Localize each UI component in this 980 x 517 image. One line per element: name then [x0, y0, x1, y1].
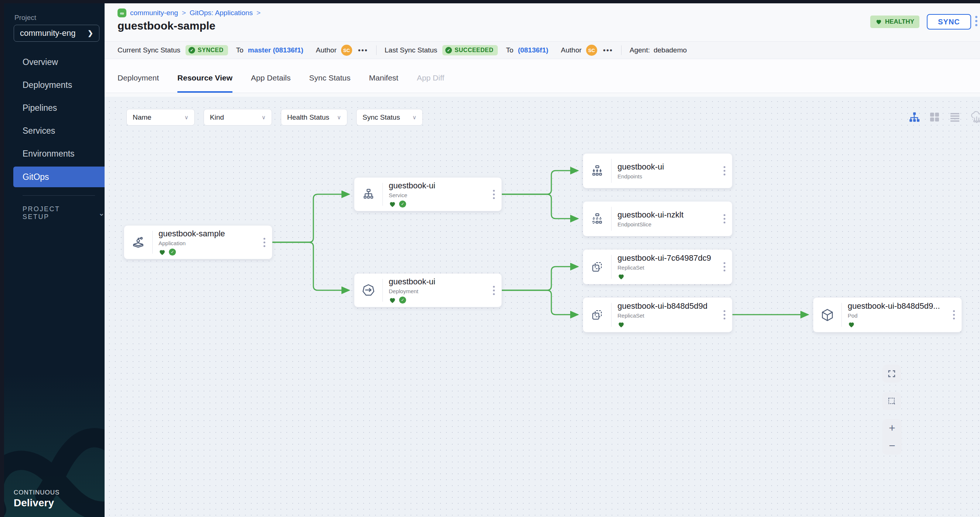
zoom-out-button[interactable]: −: [889, 440, 896, 451]
node-name: guestbook-ui-7c64987dc9: [617, 253, 716, 263]
node-kind: Service: [389, 192, 486, 198]
current-target-link[interactable]: master (08136f1): [248, 46, 303, 54]
node-status: [617, 321, 716, 328]
check-circle-icon: ✓: [188, 47, 195, 54]
breadcrumb-separator: >: [256, 9, 261, 17]
node-menu-icon[interactable]: [716, 250, 732, 284]
node-body: guestbook-sample Application ✓: [153, 226, 256, 259]
project-setup-toggle[interactable]: PROJECT SETUP ⌄: [22, 205, 105, 221]
node-body: guestbook-ui-b848d5d9d ReplicaSet: [612, 298, 716, 332]
application-icon: [124, 226, 152, 259]
window-frame-left: [0, 0, 4, 517]
fit-to-screen-button[interactable]: [883, 365, 901, 382]
tab-app-diff[interactable]: App Diff: [417, 73, 444, 93]
succeeded-badge-label: SUCCEEDED: [455, 47, 493, 54]
node-body: guestbook-ui-b848d5d9... Pod: [842, 298, 946, 332]
zoom-in-button[interactable]: +: [889, 422, 896, 433]
node-kind: ReplicaSet: [617, 312, 716, 319]
sidebar-item-pipelines[interactable]: Pipelines: [4, 97, 105, 119]
node-status: [617, 273, 716, 280]
current-author-label: Author: [316, 46, 337, 54]
agent-label: Agent:: [630, 46, 650, 54]
header-more-menu-icon[interactable]: [975, 16, 977, 26]
node-kind: ReplicaSet: [617, 265, 716, 271]
sidebar-item-services[interactable]: Services: [4, 119, 105, 142]
node-menu-icon[interactable]: [946, 298, 961, 332]
last-target-link[interactable]: (08136f1): [518, 46, 548, 54]
node-name: guestbook-ui: [617, 162, 716, 172]
agent-name: debademo: [654, 46, 687, 54]
project-selector[interactable]: community-eng ❯: [14, 25, 99, 42]
synced-check-icon: ✓: [169, 249, 176, 255]
project-label: Project: [14, 14, 36, 22]
replicaset-icon: [583, 250, 611, 284]
healthy-heart-icon: [389, 200, 396, 208]
sidebar-item-environments[interactable]: Environments: [4, 142, 105, 165]
node-service[interactable]: guestbook-ui Service ✓: [354, 177, 502, 211]
succeeded-badge: ✓ SUCCEEDED: [442, 45, 498, 56]
tab-sync-status[interactable]: Sync Status: [309, 73, 350, 93]
last-sync-label: Last Sync Status: [385, 46, 438, 54]
heart-icon: [875, 19, 882, 25]
sync-button[interactable]: SYNC: [927, 14, 971, 30]
last-author-avatar[interactable]: SC: [586, 45, 597, 56]
node-kind: Endpoints: [617, 173, 716, 179]
last-to-label: To: [506, 46, 513, 54]
tab-deployment[interactable]: Deployment: [118, 73, 159, 93]
node-menu-icon[interactable]: [716, 201, 732, 236]
tab-manifest[interactable]: Manifest: [369, 73, 398, 93]
breadcrumb-applications-link[interactable]: GitOps: Applications: [189, 9, 253, 17]
node-name: guestbook-sample: [159, 229, 256, 239]
service-icon: [355, 178, 382, 211]
sidebar-item-overview[interactable]: Overview: [4, 51, 105, 73]
healthy-heart-icon: [617, 321, 625, 328]
node-menu-icon[interactable]: [716, 154, 732, 188]
current-sync-label: Current Sync Status: [118, 46, 180, 54]
resource-tree-canvas[interactable]: Name∨ Kind∨ Health Status∨ Sync Status∨: [105, 97, 980, 517]
node-pod[interactable]: guestbook-ui-b848d5d9... Pod: [813, 297, 962, 332]
node-status: ✓: [389, 200, 486, 208]
node-body: guestbook-ui Deployment ✓: [383, 274, 486, 307]
replicaset-icon: [583, 298, 611, 332]
project-setup-label: PROJECT SETUP: [22, 205, 78, 221]
node-name: guestbook-ui-b848d5d9d: [617, 301, 716, 311]
status-separator: [376, 45, 377, 55]
node-name: guestbook-ui-b848d5d9...: [848, 301, 946, 311]
healthy-heart-icon: [389, 297, 396, 304]
breadcrumb-project-link[interactable]: community-eng: [130, 9, 178, 17]
tab-resource-view[interactable]: Resource View: [177, 73, 232, 93]
node-menu-icon[interactable]: [716, 298, 732, 332]
marquee-selection-icon: [887, 396, 896, 406]
endpointslice-icon: [583, 201, 611, 236]
node-endpointslice[interactable]: guestbook-ui-nzklt EndpointSlice: [583, 201, 732, 236]
brand-line1: CONTINUOUS: [14, 489, 59, 496]
last-more-icon[interactable]: •••: [603, 46, 613, 55]
node-menu-icon[interactable]: [256, 226, 272, 259]
page-header: ∞ community-eng > GitOps: Applications >…: [105, 3, 980, 41]
node-body: guestbook-ui Service ✓: [383, 178, 486, 211]
node-replicaset-b848d5d9d[interactable]: guestbook-ui-b848d5d9d ReplicaSet: [583, 297, 732, 332]
node-name: guestbook-ui: [389, 181, 486, 190]
node-body: guestbook-ui Endpoints: [612, 154, 716, 188]
node-deployment[interactable]: guestbook-ui Deployment ✓: [354, 273, 502, 307]
synced-badge-label: SYNCED: [198, 47, 224, 54]
chevron-down-icon: ⌄: [98, 209, 105, 217]
marquee-select-button[interactable]: [883, 392, 901, 410]
current-more-icon[interactable]: •••: [358, 46, 368, 55]
node-replicaset-7c64987dc9[interactable]: guestbook-ui-7c64987dc9 ReplicaSet: [583, 249, 732, 284]
sidebar-item-deployments[interactable]: Deployments: [4, 73, 105, 97]
window-frame-top: [0, 0, 980, 3]
tab-bar: Deployment Resource View App Details Syn…: [105, 59, 980, 93]
healthy-heart-icon: [159, 249, 166, 256]
project-selector-value: community-eng: [20, 29, 75, 38]
pod-icon: [813, 298, 842, 332]
synced-badge: ✓ SYNCED: [186, 45, 228, 56]
current-author-avatar[interactable]: SC: [341, 45, 352, 56]
tab-app-details[interactable]: App Details: [251, 73, 290, 93]
sidebar-item-gitops[interactable]: GitOps: [13, 167, 105, 187]
node-menu-icon[interactable]: [486, 274, 501, 307]
node-menu-icon[interactable]: [486, 178, 501, 211]
node-kind: Deployment: [389, 288, 486, 294]
node-endpoints[interactable]: guestbook-ui Endpoints: [583, 153, 732, 188]
node-application[interactable]: guestbook-sample Application ✓: [124, 225, 272, 259]
